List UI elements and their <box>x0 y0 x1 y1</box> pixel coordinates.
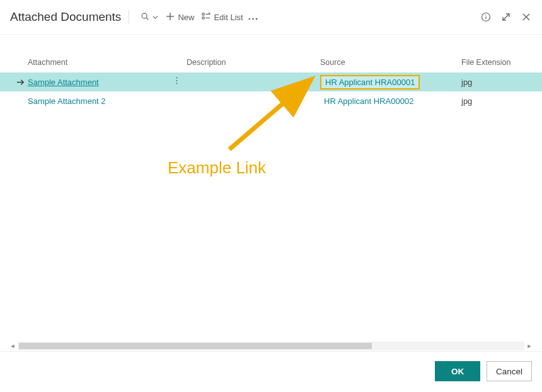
file-ext-cell: jpg <box>461 78 524 87</box>
search-icon <box>141 12 149 23</box>
new-label: New <box>178 13 194 22</box>
svg-point-20 <box>176 80 177 81</box>
horizontal-scrollbar[interactable]: ◄ ► <box>8 341 534 351</box>
edit-list-button[interactable]: Edit List <box>198 9 246 25</box>
svg-line-15 <box>503 14 509 20</box>
plus-icon <box>166 12 175 23</box>
new-button[interactable]: New <box>162 9 198 25</box>
window-controls <box>480 0 532 34</box>
table: Attachment Description Source File Exten… <box>0 35 542 110</box>
svg-point-9 <box>248 18 250 20</box>
column-header-description[interactable]: Description <box>187 58 320 67</box>
edit-list-icon <box>202 12 210 23</box>
svg-line-1 <box>147 18 149 20</box>
chevron-down-icon <box>153 13 158 22</box>
expand-button[interactable] <box>500 11 512 23</box>
scroll-track[interactable] <box>18 342 524 350</box>
cancel-button[interactable]: Cancel <box>487 361 532 381</box>
svg-point-21 <box>176 83 177 84</box>
file-ext-cell: jpg <box>461 96 524 106</box>
column-header-attachment[interactable]: Attachment <box>28 58 187 67</box>
scroll-right-arrow-icon[interactable]: ► <box>524 342 534 350</box>
scroll-thumb[interactable] <box>19 343 372 349</box>
svg-point-19 <box>176 78 177 79</box>
toolbar: Attached Documents New Edit List <box>0 0 542 34</box>
svg-rect-4 <box>202 13 204 15</box>
info-button[interactable] <box>480 11 492 23</box>
row-indicator-arrow-icon <box>13 78 28 86</box>
divider <box>129 10 129 24</box>
table-row[interactable]: Sample Attachment HR Applicant HRA00001 … <box>0 72 542 91</box>
table-row[interactable]: Sample Attachment 2 HR Applicant HRA0000… <box>0 91 542 110</box>
svg-point-0 <box>142 13 147 18</box>
svg-point-11 <box>255 18 257 20</box>
attachment-link[interactable]: Sample Attachment <box>28 78 99 87</box>
row-actions-button[interactable] <box>173 76 180 87</box>
content-area: Attachment Description Source File Exten… <box>0 34 542 352</box>
edit-list-label: Edit List <box>214 13 243 22</box>
search-button[interactable] <box>137 9 162 25</box>
ellipsis-icon <box>248 13 258 22</box>
column-header-file-extension[interactable]: File Extension <box>461 58 524 67</box>
source-link[interactable]: HR Applicant HRA00002 <box>320 95 417 107</box>
svg-point-14 <box>485 14 486 15</box>
column-header-source[interactable]: Source <box>320 58 461 67</box>
svg-rect-5 <box>202 17 204 19</box>
scroll-left-arrow-icon[interactable]: ◄ <box>8 342 18 350</box>
footer: OK Cancel <box>0 352 542 391</box>
source-link[interactable]: HR Applicant HRA00001 <box>320 75 420 89</box>
close-button[interactable] <box>521 11 532 23</box>
attachment-link[interactable]: Sample Attachment 2 <box>28 96 106 106</box>
svg-point-10 <box>252 18 254 20</box>
table-header-row: Attachment Description Source File Exten… <box>0 52 542 72</box>
annotation-label: Example Link <box>168 158 266 178</box>
ok-button[interactable]: OK <box>435 361 480 381</box>
page-title: Attached Documents <box>10 10 121 24</box>
more-actions-button[interactable] <box>247 10 259 25</box>
